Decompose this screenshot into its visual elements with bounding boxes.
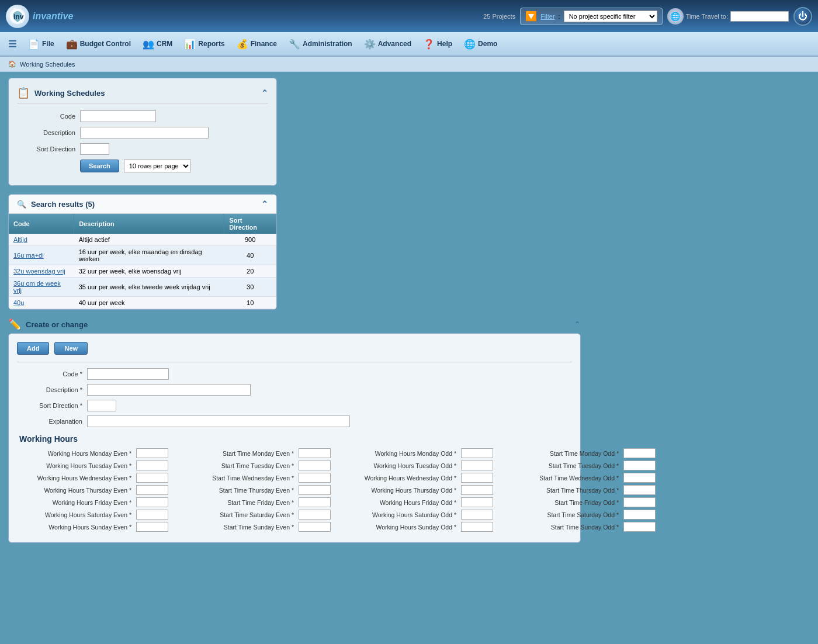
st-even-label-0: Start Time Monday Even * (179, 450, 296, 457)
st-even-input-2[interactable] (299, 473, 331, 483)
nav-item-finance[interactable]: 💰 Finance (231, 36, 283, 52)
nav-label-budget: Budget Control (80, 40, 131, 48)
wh-odd-input-0[interactable] (461, 448, 493, 458)
result-code-2[interactable]: 32u woensdag vrij (9, 265, 74, 278)
budget-icon: 💼 (66, 39, 78, 50)
wh-even-input-2[interactable] (136, 473, 168, 483)
st-even-input-4[interactable] (299, 497, 331, 507)
wh-odd-input-1[interactable] (461, 461, 493, 470)
time-travel-area: 🌐 Time Travel to: (667, 8, 789, 25)
collapse-results-btn[interactable]: ⌃ (261, 199, 268, 209)
result-code-0[interactable]: Altijd (9, 234, 74, 246)
create-description-input[interactable] (87, 384, 251, 396)
table-row: 32u woensdag vrij 32 uur per week, elke … (9, 265, 276, 278)
create-sort-input[interactable] (87, 400, 116, 411)
create-buttons-row: Add New (17, 342, 572, 355)
st-even-input-0[interactable] (299, 448, 331, 458)
nav-item-file[interactable]: 📄 File (22, 36, 60, 52)
sort-direction-input[interactable] (80, 143, 109, 155)
st-even-input-6[interactable] (299, 522, 331, 532)
nav-item-administration[interactable]: 🔧 Administration (283, 36, 358, 52)
wh-odd-label-3: Working Hours Thursday Odd * (342, 487, 459, 494)
create-explanation-input[interactable] (87, 416, 350, 427)
wh-odd-label-2: Working Hours Wednesday Odd * (342, 475, 459, 482)
description-input[interactable] (80, 127, 209, 139)
wh-even-input-5[interactable] (136, 510, 168, 520)
wh-even-label-2: Working Hours Wednesday Even * (17, 475, 134, 482)
st-odd-input-5[interactable] (623, 510, 656, 520)
power-button[interactable]: ⏻ (793, 7, 812, 26)
create-description-label: Description * (17, 386, 87, 393)
filter-select[interactable]: No project specific filter (564, 11, 657, 22)
search-panel: 📋 Working Schedules ⌃ Code Description S… (8, 78, 277, 186)
wh-odd-input-2[interactable] (461, 473, 493, 483)
st-even-label-5: Start Time Saturday Even * (179, 511, 296, 518)
st-odd-input-6[interactable] (623, 522, 656, 532)
st-odd-input-1[interactable] (623, 461, 656, 470)
wh-even-label-5: Working Hours Saturday Even * (17, 511, 134, 518)
create-description-row: Description * (17, 384, 572, 396)
result-code-4[interactable]: 40u (9, 297, 74, 309)
nav-item-reports[interactable]: 📊 Reports (178, 36, 230, 52)
st-odd-input-2[interactable] (623, 473, 656, 483)
result-sort-2: 20 (224, 265, 276, 278)
wh-odd-input-5[interactable] (461, 510, 493, 520)
results-table: Code Description Sort Direction Altijd A… (9, 214, 276, 309)
nav-bar: ☰ 📄 File 💼 Budget Control 👥 CRM 📊 Report… (0, 32, 818, 57)
st-even-input-3[interactable] (299, 485, 331, 495)
wh-even-label-6: Working Hours Sunday Even * (17, 524, 134, 531)
description-form-row: Description (17, 127, 268, 139)
wh-odd-input-4[interactable] (461, 497, 493, 507)
nav-item-demo[interactable]: 🌐 Demo (458, 36, 503, 52)
wh-even-input-0[interactable] (136, 448, 168, 458)
table-row: 36u om de week vrij 35 uur per week, elk… (9, 278, 276, 297)
wh-odd-input-6[interactable] (461, 522, 493, 532)
finance-icon: 💰 (237, 39, 248, 50)
create-code-input[interactable] (87, 368, 169, 380)
code-input[interactable] (80, 110, 156, 122)
st-even-label-2: Start Time Wednesday Even * (179, 475, 296, 482)
wh-odd-input-3[interactable] (461, 485, 493, 495)
nav-item-crm[interactable]: 👥 CRM (137, 36, 178, 52)
create-form-panel: Add New Code * Description * Sort Direct… (8, 333, 581, 543)
result-code-1[interactable]: 16u ma+di (9, 246, 74, 265)
wh-even-input-4[interactable] (136, 497, 168, 507)
administration-icon: 🔧 (289, 39, 300, 50)
results-title: Search results (5) (31, 200, 95, 209)
collapse-search-btn[interactable]: ⌃ (261, 88, 268, 98)
wh-even-label-3: Working Hours Thursday Even * (17, 487, 134, 494)
nav-item-advanced[interactable]: ⚙️ Advanced (358, 36, 417, 52)
wh-even-label-0: Working Hours Monday Even * (17, 450, 134, 457)
table-row: 16u ma+di 16 uur per week, elke maandag … (9, 246, 276, 265)
wh-even-input-6[interactable] (136, 522, 168, 532)
filter-link[interactable]: Filter (540, 13, 554, 20)
description-label: Description (17, 129, 75, 136)
st-even-input-1[interactable] (299, 461, 331, 470)
search-button[interactable]: Search (80, 160, 119, 172)
st-odd-label-6: Start Time Sunday Odd * (504, 524, 621, 531)
time-travel-input[interactable] (730, 11, 789, 22)
st-odd-input-4[interactable] (623, 497, 656, 507)
new-button[interactable]: New (54, 342, 88, 355)
wh-even-label-1: Working Hours Tuesday Even * (17, 462, 134, 469)
working-hours-title: Working Hours (17, 434, 572, 444)
code-label: Code (17, 113, 75, 120)
st-odd-input-0[interactable] (623, 448, 656, 458)
result-sort-4: 10 (224, 297, 276, 309)
wh-even-input-3[interactable] (136, 485, 168, 495)
wh-even-input-1[interactable] (136, 461, 168, 470)
nav-item-budget-control[interactable]: 💼 Budget Control (60, 36, 137, 52)
nav-item-sidebar-toggle[interactable]: ☰ (2, 36, 22, 52)
st-odd-input-3[interactable] (623, 485, 656, 495)
create-explanation-row: Explanation (17, 416, 572, 427)
st-even-label-1: Start Time Tuesday Even * (179, 462, 296, 469)
filter-colon: : (559, 13, 560, 20)
add-button[interactable]: Add (17, 342, 49, 355)
rows-per-page-select[interactable]: 10 rows per page 25 rows per page 50 row… (124, 160, 191, 172)
results-panel-header: 🔍 Search results (5) ⌃ (9, 195, 276, 214)
filter-icon: 🔽 (525, 11, 537, 22)
nav-item-help[interactable]: ❓ Help (417, 36, 458, 52)
result-code-3[interactable]: 36u om de week vrij (9, 278, 74, 297)
collapse-create-btn[interactable]: ⌃ (574, 320, 581, 329)
st-even-input-5[interactable] (299, 510, 331, 520)
